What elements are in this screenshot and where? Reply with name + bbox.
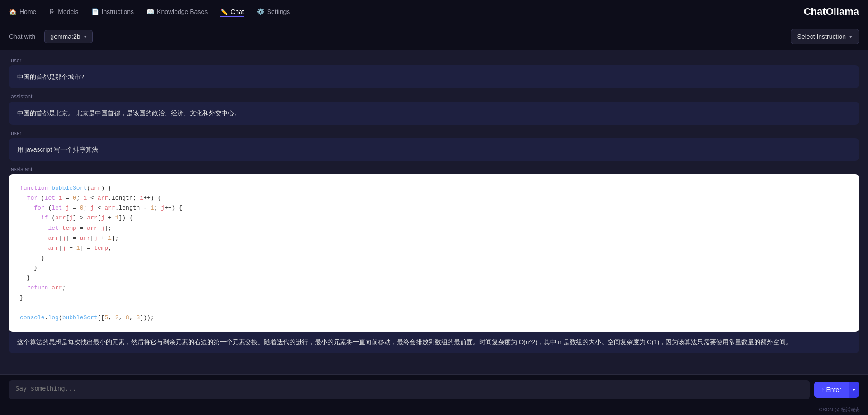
code-content: function bubbleSort(arr) { for (let i = …	[20, 183, 848, 323]
models-icon: 🗄	[49, 8, 55, 15]
chat-area: user 中国的首都是那个城市? assistant 中国的首都是北京。 北京是…	[0, 50, 868, 374]
nav-home-label: Home	[19, 8, 36, 15]
message-role-assistant-1: assistant	[9, 93, 859, 100]
message-group-1: user 中国的首都是那个城市?	[9, 57, 859, 88]
nav-instructions-label: Instructions	[102, 8, 134, 15]
nav-instructions[interactable]: 📄 Instructions	[91, 6, 134, 17]
model-selector-group: Chat with gemma:2b ▾	[9, 30, 93, 43]
nav-home[interactable]: 🏠 Home	[9, 6, 36, 17]
nav-models-label: Models	[58, 8, 78, 15]
chat-with-label: Chat with	[9, 33, 35, 40]
nav-models[interactable]: 🗄 Models	[49, 6, 78, 17]
send-button[interactable]: ↑ Enter	[814, 382, 849, 398]
model-select-dropdown[interactable]: gemma:2b ▾	[44, 30, 92, 43]
brand-chat: Chat	[804, 6, 826, 17]
message-bubble-user-2: 用 javascript 写一个排序算法	[9, 138, 859, 161]
message-bubble-assistant-1: 中国的首都是北京。 北京是中国首都，是该国的政治、经济、文化和外交中心。	[9, 102, 859, 124]
footer: CSDN @ 杨浦老苏	[0, 405, 868, 415]
settings-icon: ⚙️	[257, 8, 264, 15]
brand-logo: ChatOllama	[804, 6, 859, 18]
model-chevron-icon: ▾	[84, 34, 87, 40]
message-group-4: assistant function bubbleSort(arr) { for…	[9, 166, 859, 353]
input-area: ↑ Enter ▾	[0, 374, 868, 405]
message-bubble-code: function bubbleSort(arr) { for (let i = …	[9, 174, 859, 332]
send-label: ↑ Enter	[821, 386, 841, 393]
message-group-3: user 用 javascript 写一个排序算法	[9, 130, 859, 161]
send-button-group: ↑ Enter ▾	[814, 382, 859, 398]
message-role-user-2: user	[9, 130, 859, 136]
instructions-icon: 📄	[91, 8, 99, 15]
nav-settings-label: Settings	[267, 8, 290, 15]
brand-ollama: Ollama	[826, 6, 859, 17]
send-dropdown-icon: ▾	[853, 387, 855, 392]
footer-text: CSDN @ 杨浦老苏	[819, 407, 861, 412]
message-input[interactable]	[9, 380, 810, 399]
message-text-user-1: 中国的首都是那个城市?	[17, 73, 84, 80]
code-description: 这个算法的思想是每次找出最小的元素，然后将它与剩余元素的右边的第一个元素交换。随…	[9, 332, 859, 353]
instruction-chevron-icon: ▾	[849, 34, 852, 40]
nav-links: 🏠 Home 🗄 Models 📄 Instructions 📖 Knowled…	[9, 6, 290, 17]
message-role-user-1: user	[9, 57, 859, 64]
send-dropdown-button[interactable]: ▾	[849, 382, 859, 398]
home-icon: 🏠	[9, 8, 17, 15]
model-selected-value: gemma:2b	[50, 33, 80, 40]
nav-chat-label: Chat	[231, 8, 244, 15]
nav-chat[interactable]: ✏️ Chat	[220, 6, 244, 17]
code-description-text: 这个算法的思想是每次找出最小的元素，然后将它与剩余元素的右边的第一个元素交换。随…	[17, 339, 792, 345]
topnav: 🏠 Home 🗄 Models 📄 Instructions 📖 Knowled…	[0, 0, 868, 23]
message-bubble-user-1: 中国的首都是那个城市?	[9, 65, 859, 88]
message-text-assistant-1: 中国的首都是北京。 北京是中国首都，是该国的政治、经济、文化和外交中心。	[17, 109, 241, 117]
nav-knowledge-bases[interactable]: 📖 Knowledge Bases	[146, 6, 208, 17]
message-group-2: assistant 中国的首都是北京。 北京是中国首都，是该国的政治、经济、文化…	[9, 93, 859, 124]
knowledge-icon: 📖	[146, 8, 154, 15]
select-instruction-button[interactable]: Select Instruction ▾	[791, 29, 859, 44]
message-role-assistant-2: assistant	[9, 166, 859, 173]
nav-settings[interactable]: ⚙️ Settings	[257, 6, 290, 17]
select-instruction-label: Select Instruction	[797, 33, 846, 40]
chat-icon: ✏️	[220, 8, 228, 15]
message-text-user-2: 用 javascript 写一个排序算法	[17, 146, 98, 153]
nav-knowledge-bases-label: Knowledge Bases	[157, 8, 208, 15]
chat-header: Chat with gemma:2b ▾ Select Instruction …	[0, 23, 868, 50]
